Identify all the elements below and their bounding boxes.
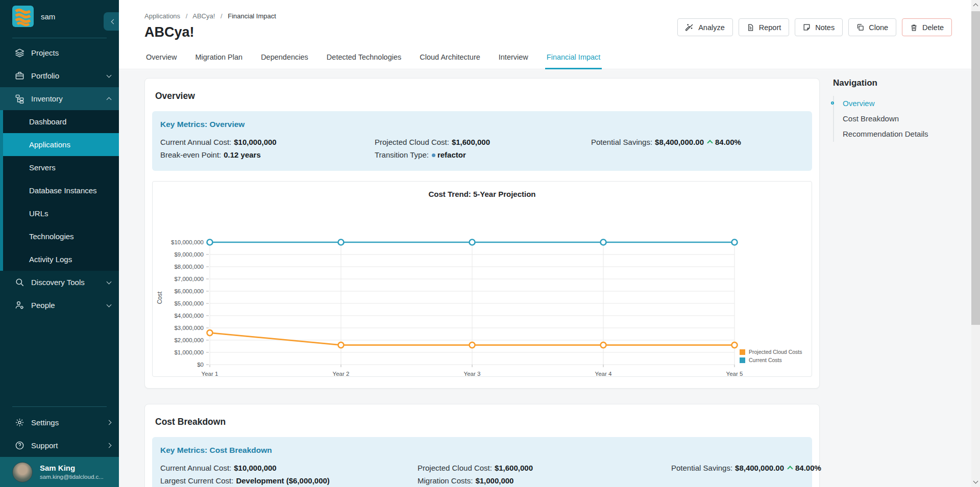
breadcrumb: Applications / ABCya! / Financial Impact <box>144 12 276 20</box>
metric-value: refactor <box>437 150 466 159</box>
svg-text:$10,000,000: $10,000,000 <box>171 239 204 245</box>
overview-heading: Overview <box>152 91 812 101</box>
tab-migration-plan[interactable]: Migration Plan <box>193 48 244 69</box>
svg-text:Year 5: Year 5 <box>726 371 743 377</box>
svg-text:Year 3: Year 3 <box>464 371 481 377</box>
breadcrumb-applications[interactable]: Applications <box>144 12 180 20</box>
chevron-down-icon <box>107 302 112 307</box>
sidebar-item-label: People <box>31 301 107 310</box>
sidebar-item-inventory[interactable]: Inventory <box>0 87 119 110</box>
subitem-label: URLs <box>29 209 48 218</box>
delete-button[interactable]: Delete <box>902 18 952 36</box>
page-nav-item-overview[interactable]: Overview <box>834 96 968 111</box>
metric-value: $8,400,000.00 <box>655 138 704 146</box>
svg-text:$5,000,000: $5,000,000 <box>174 300 204 306</box>
svg-text:Year 2: Year 2 <box>333 371 350 377</box>
user-menu[interactable]: Sam King sam.king@tidalcloud.c... <box>0 457 119 487</box>
svg-text:$1,000,000: $1,000,000 <box>174 349 204 355</box>
page-title: ABCya! <box>144 24 194 40</box>
chevron-right-icon <box>107 443 112 448</box>
active-bullet-icon <box>831 101 834 105</box>
svg-text:$0: $0 <box>197 362 204 368</box>
sidebar-subitem-urls[interactable]: URLs <box>3 202 119 225</box>
legend-label: Projected Cloud Costs <box>749 348 802 356</box>
page-nav-item-cost-breakdown[interactable]: Cost Breakdown <box>834 111 968 126</box>
metric-label: Current Annual Cost: <box>160 138 231 146</box>
chevron-right-icon <box>107 420 112 425</box>
content-area: Overview Key Metrics: Overview Current A… <box>119 70 971 487</box>
sidebar-subitem-activity-logs[interactable]: Activity Logs <box>3 248 119 271</box>
sidebar-item-portfolio[interactable]: Portfolio <box>0 64 119 87</box>
breadcrumb-current: Financial Impact <box>228 12 276 20</box>
tidal-logo-icon <box>12 6 34 27</box>
sidebar-item-people[interactable]: People <box>0 294 119 317</box>
tab-detected-technologies[interactable]: Detected Technologies <box>325 48 403 69</box>
page-nav-label: Cost Breakdown <box>843 114 899 123</box>
inventory-submenu: Dashboard Applications Servers Database … <box>0 110 119 271</box>
sidebar-header: sam <box>0 0 119 33</box>
analyze-icon <box>685 23 694 32</box>
search-icon <box>14 277 24 288</box>
metric-label: Projected Cloud Cost: <box>375 138 449 146</box>
cost-breakdown-section: Cost Breakdown Key Metrics: Cost Breakdo… <box>144 404 820 487</box>
tab-interview[interactable]: Interview <box>497 48 530 69</box>
page-nav-item-recommendation-details[interactable]: Recommendation Details <box>834 126 968 142</box>
sidebar-subitem-applications[interactable]: Applications <box>3 133 119 156</box>
scroll-down-icon[interactable] <box>973 479 978 484</box>
metric-value: $10,000,000 <box>234 138 276 146</box>
report-button[interactable]: Report <box>739 18 790 36</box>
tab-bar: Overview Migration Plan Dependencies Det… <box>144 48 602 69</box>
sidebar-item-support[interactable]: Support <box>0 434 119 457</box>
svg-text:$7,000,000: $7,000,000 <box>174 276 204 282</box>
app-screen: sam Projects Portfolio <box>0 0 980 487</box>
scrollbar-thumb[interactable] <box>971 11 980 325</box>
transition-type-dot-icon <box>432 153 435 157</box>
analyze-button[interactable]: Analyze <box>677 18 733 36</box>
button-label: Delete <box>922 23 944 32</box>
sidebar-divider <box>12 38 107 38</box>
sidebar-subitem-servers[interactable]: Servers <box>3 156 119 179</box>
user-avatar <box>12 462 33 482</box>
legend-swatch-teal <box>740 357 745 363</box>
tab-overview[interactable]: Overview <box>144 48 178 69</box>
breadcrumb-abcya[interactable]: ABCya! <box>192 12 215 20</box>
sidebar-subitem-database-instances[interactable]: Database Instances <box>3 179 119 202</box>
metric-label: Migration Costs: <box>418 476 473 485</box>
metric-current-annual-cost: Current Annual Cost:$10,000,000 <box>160 136 375 148</box>
notes-button[interactable]: Notes <box>795 18 843 36</box>
metrics-column: Current Annual Cost:$10,000,000 Break-ev… <box>160 136 375 161</box>
tab-dependencies[interactable]: Dependencies <box>259 48 310 69</box>
legend-item-projected: Projected Cloud Costs <box>740 348 802 356</box>
sidebar-subitem-dashboard[interactable]: Dashboard <box>3 110 119 133</box>
metric-label: Projected Cloud Cost: <box>418 464 492 472</box>
button-label: Clone <box>869 23 888 32</box>
svg-text:$4,000,000: $4,000,000 <box>174 313 204 319</box>
tab-financial-impact[interactable]: Financial Impact <box>545 48 602 69</box>
metric-label: Current Annual Cost: <box>160 464 231 472</box>
sidebar-subitem-technologies[interactable]: Technologies <box>3 225 119 248</box>
scroll-up-icon[interactable] <box>973 4 978 9</box>
metric-potential-savings: Potential Savings:$8,400,000.0084.00% <box>671 462 821 474</box>
metrics-column: Potential Savings:$8,400,000.0084.00% <box>591 136 804 161</box>
metric-break-even-point: Break-even Point:0.12 years <box>160 148 375 161</box>
main-area: Applications / ABCya! / Financial Impact… <box>119 0 971 487</box>
metric-label: Potential Savings: <box>671 464 732 472</box>
svg-text:$2,000,000: $2,000,000 <box>174 337 204 343</box>
svg-text:$8,000,000: $8,000,000 <box>174 264 204 270</box>
sidebar-item-settings[interactable]: Settings <box>0 411 119 434</box>
sidebar-item-label: Discovery Tools <box>31 278 107 287</box>
people-gear-icon <box>14 300 24 311</box>
svg-text:Year 4: Year 4 <box>595 371 612 377</box>
browser-scrollbar[interactable] <box>971 0 980 487</box>
cost-trend-chart-card: Cost Trend: 5-Year Projection Cost $0$1,… <box>152 181 812 377</box>
tab-cloud-architecture[interactable]: Cloud Architecture <box>418 48 481 69</box>
legend-item-current: Current Costs <box>740 356 802 364</box>
sidebar-item-projects[interactable]: Projects <box>0 41 119 64</box>
metric-potential-savings: Potential Savings:$8,400,000.0084.00% <box>591 136 804 148</box>
subitem-label: Activity Logs <box>29 255 72 264</box>
metric-label: Potential Savings: <box>591 138 652 146</box>
clone-button[interactable]: Clone <box>848 18 896 36</box>
button-label: Notes <box>815 23 835 32</box>
sidebar-item-discovery-tools[interactable]: Discovery Tools <box>0 271 119 294</box>
breadcrumb-separator: / <box>186 12 188 20</box>
